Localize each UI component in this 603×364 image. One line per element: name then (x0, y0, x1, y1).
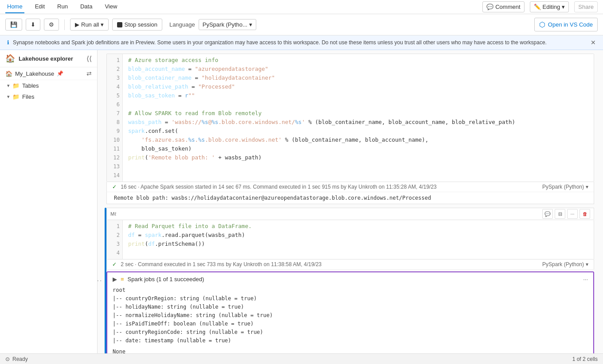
open-vscode-button[interactable]: ⬡ Open in VS Code (534, 18, 598, 31)
top-bar-actions: 💬 Comment ✏️ Editing ▾ Share (482, 1, 598, 12)
cell-1-exec-info: ✓ 16 sec · Apache Spark session started … (106, 182, 594, 192)
save-icon: 💾 (10, 21, 17, 28)
lakehouse-explorer-icon: 🏠 (5, 54, 15, 63)
run-all-button[interactable]: ▶ Run all ▾ (70, 19, 109, 31)
cell-1-exec-left: ✓ 16 sec · Apache Spark session started … (112, 184, 437, 190)
chevron-icon: ▾ (7, 94, 10, 100)
lakehouse-name: 🏠 My_Lakehouse 📌 (5, 70, 63, 77)
lakehouse-icon: 🏠 (5, 70, 12, 77)
check-icon: ✓ (112, 261, 117, 267)
cell-2-lang: PySpark (Python) (542, 261, 584, 267)
cell-1-output: Remote blob path: wasbs://holidaydatacon… (106, 192, 594, 204)
banner-close-button[interactable]: ✕ (591, 39, 596, 46)
spark-table-icon: ≡ (121, 276, 124, 283)
info-banner: ℹ Synapse notebooks and Spark job defini… (0, 35, 603, 50)
cell-1-line-numbers: 123456 789101112 1314 (107, 54, 123, 182)
cell-2-split-button[interactable]: ⊟ (555, 209, 565, 219)
status-ready-label: Ready (12, 356, 28, 362)
sidebar-item-files[interactable]: ▾ 📁 Files (0, 91, 97, 102)
chevron-icon: ▾ (7, 83, 10, 89)
cell-1-lang: PySpark (Python) (542, 184, 584, 190)
chevron-down-icon: ▾ (562, 4, 565, 10)
schema-field-0: |-- countryOrRegion: string (nullable = … (113, 294, 588, 303)
schema-field-3: |-- isPaidTimeOff: boolean (nullable = t… (113, 320, 588, 328)
schema-field-1: |-- holidayName: string (nullable = true… (113, 303, 588, 311)
spark-more-actions-button[interactable]: ··· (583, 276, 588, 283)
folder-icon: 📁 (12, 93, 20, 100)
cell-2-output-container: ··· ▶ ≡ Spark jobs (1 of 1 succeeded) ··… (106, 271, 594, 353)
swap-icon[interactable]: ⇄ (86, 70, 92, 77)
play-icon: ▶ (75, 21, 79, 28)
chevron-down-icon[interactable]: ▾ (586, 261, 588, 267)
sidebar-header: 🏠 Lakehouse explorer ⟨⟨ (0, 50, 97, 67)
menu-data[interactable]: Data (78, 0, 94, 13)
schema-field-5: |-- date: timestamp (nullable = true) (113, 337, 588, 345)
gear-icon: ⚙ (49, 21, 54, 28)
cell-2-exec-right: PySpark (Python) ▾ (542, 261, 588, 267)
language-selector[interactable]: PySpark (Pytho... ▾ (199, 19, 256, 30)
cell-1-code: 123456 789101112 1314 # Azure storage ac… (106, 54, 594, 182)
schema-output: root |-- countryOrRegion: string (nullab… (113, 286, 588, 353)
stop-session-button[interactable]: Stop session (112, 19, 162, 31)
comment-button[interactable]: 💬 Comment (482, 1, 524, 12)
folder-icon: 📁 (12, 82, 20, 89)
schema-field-2: |-- normalizeHolidayName: string (nullab… (113, 311, 588, 320)
cell-2-content: 1234 # Read Parquet file into a DataFram… (107, 220, 594, 259)
sidebar-title: Lakehouse explorer (19, 55, 73, 62)
cell-2-add-comment-button[interactable]: 💬 (542, 209, 553, 219)
status-cells-info: 1 of 2 cells (572, 356, 598, 362)
cell-2-output-box: ▶ ≡ Spark jobs (1 of 1 succeeded) ··· ro… (106, 271, 594, 353)
info-icon: ℹ (7, 39, 9, 46)
download-icon: ⬇ (31, 21, 35, 28)
cell-2-exec-info: ✓ 2 sec · Command executed in 1 sec 733 … (106, 259, 594, 270)
cell-2-more-button[interactable]: ··· (567, 209, 578, 219)
cell-2-exec-time: 2 sec · Command executed in 1 sec 733 ms… (121, 261, 321, 267)
status-bar: ⊙ Ready 1 of 2 cells (0, 353, 603, 364)
menu-run[interactable]: Run (55, 0, 70, 13)
pin-icon[interactable]: 📌 (57, 70, 63, 77)
schema-root-label: root (113, 286, 588, 294)
collapse-sidebar-button[interactable]: ⟨⟨ (86, 54, 92, 63)
cell-2: ▶ ▾ Mℓ 💬 ⊟ ··· 🗑 1234 # Read Parquet fil… (106, 208, 594, 353)
chevron-down-icon: ▾ (249, 21, 252, 28)
cell-1: 123456 789101112 1314 # Azure storage ac… (106, 54, 594, 204)
menu-items: Home Edit Run Data View (5, 0, 119, 13)
schema-field-4: |-- countryRegionCode: string (nullable … (113, 328, 588, 337)
lakehouse-item: 🏠 My_Lakehouse 📌 ⇄ (0, 67, 97, 80)
save-button[interactable]: 💾 (5, 19, 22, 31)
language-label: Language (169, 21, 195, 28)
chevron-down-icon[interactable]: ▾ (586, 184, 588, 190)
spark-chevron-icon[interactable]: ▶ (113, 276, 117, 283)
cell-1-code-lines[interactable]: # Azure storage access info blob_account… (123, 54, 594, 182)
menu-view[interactable]: View (103, 0, 119, 13)
cell-2-delete-button[interactable]: 🗑 (580, 209, 590, 219)
cell-2-output-dots[interactable]: ··· (98, 277, 102, 285)
menu-edit[interactable]: Edit (33, 0, 47, 13)
notebook-area: 123456 789101112 1314 # Azure storage ac… (98, 50, 603, 353)
comment-icon: 💬 (486, 4, 493, 10)
settings-button[interactable]: ⚙ (44, 19, 59, 31)
sidebar: 🏠 Lakehouse explorer ⟨⟨ 🏠 My_Lakehouse 📌… (0, 50, 98, 353)
editing-button[interactable]: ✏️ Editing ▾ (530, 1, 569, 12)
chevron-icon: ▾ (101, 21, 104, 28)
cell-2-code: 1234 # Read Parquet file into a DataFram… (106, 220, 594, 259)
cell-2-ml-badge: Mℓ (110, 211, 116, 217)
cell-1-exec-right: PySpark (Python) ▾ (542, 184, 588, 190)
share-button[interactable]: Share (574, 1, 598, 12)
cell-2-toolbar: Mℓ 💬 ⊟ ··· 🗑 (106, 208, 594, 220)
toolbar: 💾 ⬇ ⚙ ▶ Run all ▾ Stop session Language … (0, 14, 603, 35)
download-button[interactable]: ⬇ (26, 19, 40, 31)
spark-jobs-label: Spark jobs (1 of 1 succeeded) (128, 276, 204, 283)
stop-icon (117, 22, 122, 27)
top-menu-bar: Home Edit Run Data View 💬 Comment ✏️ Edi… (0, 0, 603, 14)
schema-none: None (113, 349, 588, 353)
sidebar-item-tables[interactable]: ▾ 📁 Tables (0, 80, 97, 91)
status-right: 1 of 2 cells (572, 356, 598, 362)
menu-home[interactable]: Home (5, 0, 24, 13)
vscode-icon: ⬡ (539, 20, 545, 29)
cell-2-code-lines[interactable]: # Read Parquet file into a DataFrame. df… (123, 220, 594, 259)
pencil-icon: ✏️ (534, 4, 541, 10)
check-icon: ✓ (112, 184, 117, 190)
cell-2-exec-left: ✓ 2 sec · Command executed in 1 sec 733 … (112, 261, 321, 267)
cell-2-line-numbers: 1234 (107, 220, 123, 259)
